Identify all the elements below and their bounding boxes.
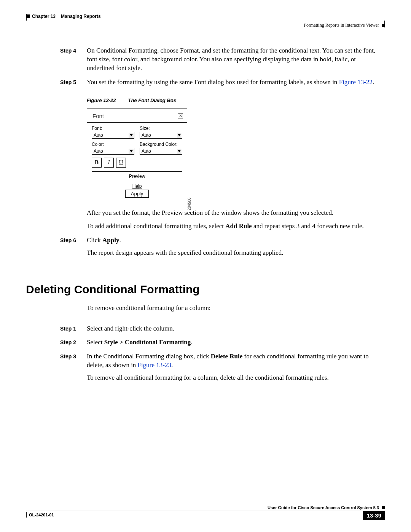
chevron-down-icon — [176, 148, 182, 154]
step-4: Step 4 On Conditional Formatting, choose… — [60, 46, 385, 73]
page-footer: User Guide for Cisco Secure Access Contr… — [26, 505, 385, 520]
step-6: Step 6 Click Apply. The report design ap… — [60, 236, 385, 257]
bg-color-label: Background Color: — [140, 142, 182, 147]
apply-button[interactable]: Apply — [125, 190, 149, 198]
bg-color-select[interactable]: Auto — [140, 148, 182, 155]
page-number: 13-39 — [363, 511, 385, 520]
body-text: To add additional conditional formatting… — [87, 222, 385, 231]
chevron-down-icon — [176, 132, 182, 138]
step-text: You set the formatting by using the same… — [87, 78, 385, 87]
figure-id: 204506 — [187, 198, 191, 210]
doc-number: OL-24201-01 — [29, 513, 54, 517]
italic-button[interactable]: I — [104, 158, 114, 168]
step-1: Step 1 Select and right-click the column… — [60, 324, 385, 333]
dialog-title: Font — [92, 113, 104, 119]
color-select[interactable]: Auto — [92, 148, 134, 155]
size-select[interactable]: Auto — [140, 132, 182, 139]
font-label: Font: — [92, 126, 134, 131]
chevron-down-icon — [128, 132, 134, 138]
step-label: Step 3 — [60, 352, 80, 360]
step-label: Step 2 — [60, 338, 80, 346]
step-label: Step 1 — [60, 324, 80, 332]
step-text: Select Style > Conditional Formatting. — [87, 338, 385, 347]
body-text: After you set the format, the Preview se… — [87, 209, 385, 217]
font-dialog: Font ✕ Font: Auto Size: — [87, 109, 187, 204]
intro-text: To remove conditional formatting for a c… — [87, 304, 385, 312]
color-label: Color: — [92, 142, 134, 147]
preview-box: Preview — [92, 171, 182, 181]
figure-caption: Figure 13-22The Font Dialog Box — [87, 97, 385, 103]
figure-link[interactable]: Figure 13-23 — [138, 361, 171, 369]
size-label: Size: — [140, 126, 182, 131]
step-3: Step 3 In the Conditional Formatting dia… — [60, 352, 385, 382]
footer-guide-title: User Guide for Cisco Secure Access Contr… — [268, 505, 379, 510]
step-label: Step 5 — [60, 78, 80, 86]
step-text: On Conditional Formatting, choose Format… — [87, 46, 385, 73]
step-text: To remove all conditional formatting for… — [87, 374, 385, 382]
figure-link[interactable]: Figure 13-22 — [339, 78, 373, 86]
bold-button[interactable]: B — [92, 158, 102, 168]
step-label: Step 4 — [60, 46, 80, 54]
step-5: Step 5 You set the formatting by using t… — [60, 78, 385, 87]
step-text: In the Conditional Formatting dialog box… — [87, 352, 385, 370]
help-link[interactable]: Help — [92, 184, 182, 189]
footer-bar-icon — [26, 512, 27, 518]
section-title: Formatting Reports in Interactive Viewer — [304, 22, 379, 28]
chapter-label: Chapter 13 — [32, 14, 56, 19]
step-text: The report design appears with the speci… — [87, 249, 385, 257]
underline-button[interactable]: U — [116, 158, 126, 168]
step-2: Step 2 Select Style > Conditional Format… — [60, 338, 385, 347]
heading-deleting: Deleting Conditional Formatting — [26, 283, 385, 296]
step-label: Step 6 — [60, 236, 80, 244]
footer-square-icon — [382, 506, 385, 509]
step-text: Select and right-click the column. — [87, 324, 385, 333]
step-text: Click Apply. — [87, 236, 385, 245]
close-icon[interactable]: ✕ — [178, 113, 183, 118]
font-select[interactable]: Auto — [92, 132, 134, 139]
chapter-title: Managing Reports — [61, 14, 101, 19]
chevron-down-icon — [128, 148, 134, 154]
